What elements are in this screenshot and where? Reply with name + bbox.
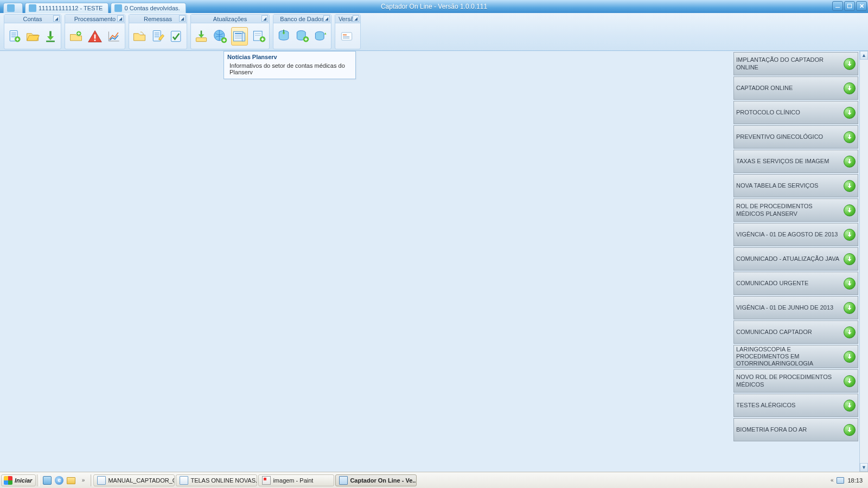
news-item[interactable]: LARINGOSCOPIA E PROCEDIMENTOS EM OTORRIN…: [733, 345, 858, 368]
news-button[interactable]: [231, 27, 248, 46]
download-icon[interactable]: [844, 375, 856, 387]
app-menu-tab[interactable]: [3, 3, 23, 13]
news-scrollbar[interactable]: ▲ ▼: [859, 51, 868, 472]
news-item[interactable]: VIGÊNCIA - 01 DE JUNHO DE 2013: [733, 296, 858, 319]
tooltip-description: Informativos do setor de contas médicas …: [227, 62, 352, 75]
group-launcher-icon[interactable]: ◢: [353, 15, 359, 22]
download-icon[interactable]: [844, 351, 856, 363]
group-launcher-icon[interactable]: ◢: [323, 15, 330, 22]
news-item[interactable]: NOVO ROL DE PROCEDIMENTOS MÉDICOS: [733, 369, 858, 393]
process-button[interactable]: [67, 27, 84, 46]
news-item[interactable]: IMPLANTAÇÃO DO CAPTADOR ONLINE: [733, 52, 858, 75]
mdi-tabstrip: 111111111112 - TESTE 0 Contas devolvidas…: [3, 0, 188, 13]
task-paint[interactable]: imagem - Paint: [258, 474, 334, 486]
windows-logo-icon: [4, 476, 12, 485]
about-button[interactable]: [337, 27, 356, 46]
group-launcher-icon[interactable]: ◢: [117, 15, 124, 22]
download-icon[interactable]: [844, 424, 856, 436]
window-buttons: ✕: [832, 1, 867, 11]
download-icon[interactable]: [844, 278, 856, 290]
task-manual[interactable]: MANUAL_CAPTADOR_O...: [93, 474, 175, 486]
download-icon[interactable]: [844, 180, 856, 192]
alert-button[interactable]: [86, 27, 103, 46]
news-item-label: COMUNICADO CAPTADOR: [736, 329, 844, 336]
scroll-up-icon[interactable]: ▲: [860, 51, 868, 60]
download-account-button[interactable]: [43, 27, 59, 46]
download-icon[interactable]: [844, 253, 856, 265]
start-button[interactable]: Iniciar: [1, 474, 36, 486]
paint-icon: [262, 476, 271, 485]
update-download-button[interactable]: [193, 27, 210, 46]
download-icon[interactable]: [844, 82, 856, 94]
ie-button[interactable]: e: [54, 475, 65, 486]
svg-rect-13: [171, 31, 181, 41]
download-icon[interactable]: [844, 229, 856, 241]
db-add-button[interactable]: [294, 27, 310, 46]
news-item[interactable]: PREVENTIVO GINECOLÓGICO: [733, 125, 858, 149]
news-item[interactable]: TESTES ALÉRGICOS: [733, 394, 858, 417]
news-item[interactable]: ROL DE PROCEDIMENTOS MÉDICOS PLANSERV: [733, 198, 858, 222]
task-telas[interactable]: TELAS ONLINE NOVAS.d...: [176, 474, 257, 486]
clock[interactable]: 18:13: [847, 477, 865, 484]
tray-expand-icon[interactable]: «: [831, 477, 834, 483]
news-item[interactable]: BIOMETRIA FORA DO AR: [733, 418, 858, 441]
download-icon[interactable]: [844, 302, 856, 314]
maximize-button[interactable]: [844, 1, 855, 11]
download-icon[interactable]: [844, 326, 856, 338]
db-import-button[interactable]: [276, 27, 292, 46]
news-item[interactable]: COMUNICADO - ATUALIZAÇÃO JAVA: [733, 247, 858, 271]
news-item[interactable]: COMUNICADO URGENTE: [733, 272, 858, 295]
ribbon-group-header: Atualizações ◢: [191, 15, 269, 23]
word-icon: [180, 476, 188, 485]
ribbon-group-label: Remessas: [144, 16, 172, 22]
download-icon[interactable]: [844, 400, 856, 412]
group-launcher-icon[interactable]: ◢: [53, 15, 60, 22]
task-captador[interactable]: Captador On Line - Ve...: [335, 474, 417, 486]
ribbon-group-label: Atualizações: [213, 16, 247, 22]
ribbon-group-header: Remessas ◢: [129, 15, 187, 23]
show-desktop-button[interactable]: [42, 475, 53, 486]
svg-rect-7: [94, 34, 96, 38]
download-icon[interactable]: [844, 107, 856, 119]
news-item[interactable]: NOVA TABELA DE SERVIÇOS: [733, 174, 858, 197]
mdi-tab-label: 0 Contas devolvidas.: [124, 5, 180, 11]
tray-icon[interactable]: [837, 477, 844, 484]
download-icon[interactable]: [844, 58, 856, 70]
download-icon[interactable]: [844, 156, 856, 168]
scroll-track[interactable]: [860, 60, 868, 463]
download-icon[interactable]: [844, 131, 856, 143]
quick-launch-more[interactable]: »: [78, 475, 88, 486]
group-launcher-icon[interactable]: ◢: [261, 15, 268, 22]
ribbon-group-processamento: Processamento ◢: [65, 14, 125, 49]
task-label: imagem - Paint: [273, 477, 313, 484]
svg-rect-34: [343, 37, 349, 38]
minimize-button[interactable]: [832, 1, 843, 11]
add-news-button[interactable]: [250, 27, 267, 46]
ribbon-group-header: Banco de Dados ◢: [273, 15, 331, 23]
update-globe-button[interactable]: [212, 27, 229, 46]
desktop-icon: [43, 476, 52, 485]
open-account-button[interactable]: [24, 27, 40, 46]
batch-validate-button[interactable]: [168, 27, 184, 46]
news-item[interactable]: PROTOCOLO CLÍNICO: [733, 101, 858, 124]
batch-open-button[interactable]: [131, 27, 148, 46]
download-icon[interactable]: [844, 204, 856, 216]
taskbar: Iniciar e » MANUAL_CAPTADOR_O... TELAS O…: [0, 472, 868, 488]
news-item[interactable]: COMUNICADO CAPTADOR: [733, 320, 858, 344]
group-launcher-icon[interactable]: ◢: [179, 15, 186, 22]
explorer-button[interactable]: [66, 475, 76, 486]
news-item[interactable]: TAXAS E SERVIÇOS DE IMAGEM: [733, 150, 858, 173]
news-item[interactable]: VIGÊNCIA - 01 DE AGOSTO DE 2013: [733, 223, 858, 246]
tooltip-title: Notícias Planserv: [227, 54, 352, 60]
batch-list-button[interactable]: [150, 27, 166, 46]
news-item[interactable]: CAPTADOR ONLINE: [733, 76, 858, 100]
scroll-down-icon[interactable]: ▼: [860, 463, 868, 472]
chart-button[interactable]: [106, 27, 123, 46]
new-account-button[interactable]: [7, 27, 22, 46]
mdi-tab-contas-devolvidas[interactable]: 0 Contas devolvidas.: [111, 3, 186, 13]
db-export-button[interactable]: [312, 27, 329, 46]
app-icon: [339, 476, 348, 485]
mdi-tab-teste[interactable]: 111111111112 - TESTE: [25, 3, 108, 13]
news-item-label: PROTOCOLO CLÍNICO: [736, 109, 844, 116]
close-button[interactable]: ✕: [856, 1, 867, 11]
